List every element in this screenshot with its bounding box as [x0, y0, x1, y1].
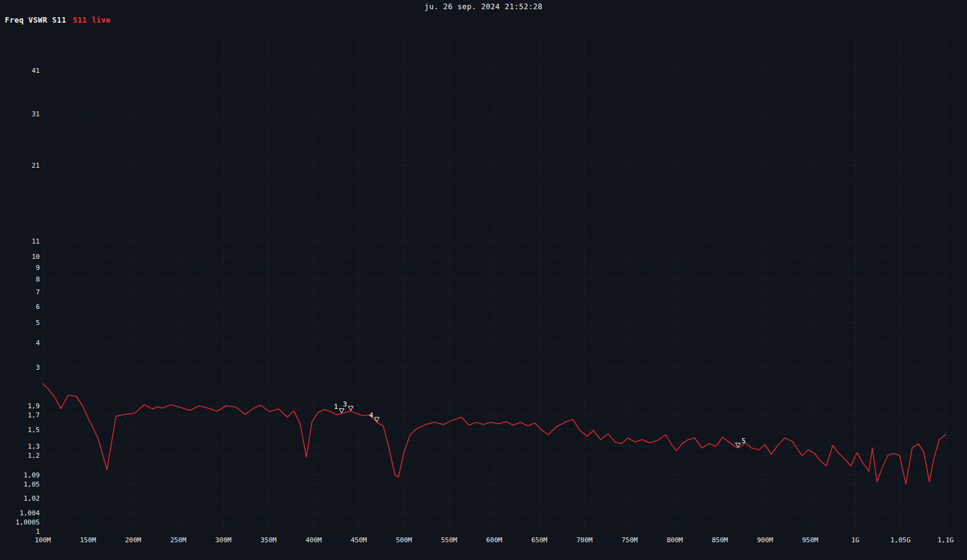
svg-text:41: 41 [32, 67, 40, 75]
svg-text:3: 3 [35, 364, 40, 371]
marker-3-triangle-icon[interactable] [348, 406, 353, 411]
svg-text:350M: 350M [261, 536, 277, 544]
marker-1-triangle-icon[interactable] [339, 409, 344, 413]
marker-3-label: 3 [343, 400, 347, 408]
svg-text:500M: 500M [396, 536, 413, 544]
svg-text:1: 1 [35, 528, 40, 536]
vna-app-window: ju. 26 sep. 2024 21:52:28 Freq VSWR S11 … [0, 0, 967, 560]
svg-text:950M: 950M [802, 536, 819, 544]
svg-text:1,02: 1,02 [24, 495, 40, 502]
svg-text:6: 6 [35, 303, 40, 311]
marker-4-label: 4 [369, 411, 373, 419]
svg-text:1G: 1G [851, 536, 859, 544]
svg-text:100M: 100M [35, 536, 51, 544]
svg-text:700M: 700M [577, 536, 593, 544]
svg-text:400M: 400M [305, 536, 322, 544]
svg-text:900M: 900M [757, 536, 774, 544]
svg-text:21: 21 [32, 162, 40, 170]
svg-text:550M: 550M [441, 536, 458, 544]
svg-text:11: 11 [32, 237, 40, 245]
svg-text:750M: 750M [622, 536, 638, 544]
x-axis-labels: 100M150M200M250M300M350M400M450M500M550M… [35, 536, 954, 544]
svg-text:1,0005: 1,0005 [15, 518, 40, 526]
svg-text:200M: 200M [125, 536, 141, 544]
svg-text:800M: 800M [666, 536, 683, 544]
svg-text:10: 10 [32, 253, 40, 261]
marker-5-label: 5 [742, 437, 746, 445]
svg-text:850M: 850M [712, 536, 728, 544]
svg-text:4: 4 [35, 339, 40, 347]
svg-text:8: 8 [35, 275, 40, 283]
svg-text:1,3: 1,3 [28, 442, 40, 450]
svg-text:1,05G: 1,05G [890, 536, 911, 544]
markers[interactable]: 1345 [334, 400, 746, 447]
svg-text:1,004: 1,004 [20, 509, 40, 517]
svg-text:7: 7 [35, 288, 40, 296]
marker-1-label: 1 [334, 403, 338, 411]
svg-text:1,9: 1,9 [28, 402, 40, 410]
grid [43, 35, 946, 531]
svg-text:5: 5 [35, 319, 40, 327]
svg-text:650M: 650M [531, 536, 548, 544]
svg-text:9: 9 [35, 264, 40, 272]
svg-text:600M: 600M [486, 536, 502, 544]
svg-text:31: 31 [32, 110, 40, 118]
vswr-chart[interactable]: 413121111098765431,91,71,51,31,21,091,05… [0, 0, 967, 560]
svg-text:1,05: 1,05 [24, 480, 40, 488]
svg-text:450M: 450M [351, 536, 367, 544]
svg-text:1,1G: 1,1G [938, 536, 954, 544]
svg-text:1,09: 1,09 [24, 471, 40, 479]
y-axis-labels: 413121111098765431,91,71,51,31,21,091,05… [15, 67, 40, 536]
svg-text:150M: 150M [80, 536, 97, 544]
svg-text:250M: 250M [170, 536, 187, 544]
svg-text:1,5: 1,5 [28, 426, 40, 434]
svg-text:300M: 300M [215, 536, 232, 544]
svg-text:1,7: 1,7 [28, 411, 40, 419]
svg-text:1,2: 1,2 [28, 452, 40, 460]
